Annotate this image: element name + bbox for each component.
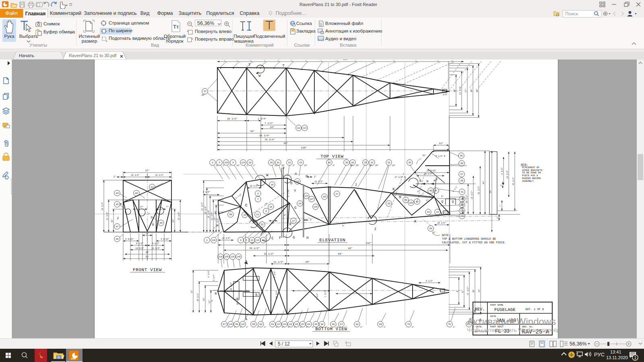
svg-text:6 9/16″: 6 9/16″ (161, 238, 169, 241)
svg-text:13″: 13″ (304, 165, 307, 167)
svg-text:16: 16 (270, 183, 274, 186)
svg-text:37″: 37″ (145, 169, 150, 172)
svg-text:15″: 15″ (172, 219, 175, 222)
svg-text:19 3/4″: 19 3/4″ (230, 282, 233, 290)
svg-text:30″: 30″ (476, 88, 479, 92)
svg-text:85: 85 (116, 203, 119, 206)
svg-text:15′: 15′ (111, 219, 114, 222)
svg-text:31: 31 (370, 161, 374, 164)
svg-text:10 1/2″: 10 1/2″ (437, 222, 446, 224)
svg-text:8: 8 (257, 192, 259, 195)
svg-text:TOP VIEW: TOP VIEW (320, 154, 344, 159)
svg-text:124: 124 (304, 195, 308, 197)
svg-text:3′: 3′ (497, 216, 499, 218)
svg-text:1: 1 (206, 239, 208, 242)
svg-text:29: 29 (364, 161, 367, 164)
svg-text:Q: Q (442, 200, 444, 203)
svg-text:BOTTOM VIEW: BOTTOM VIEW (315, 327, 347, 331)
svg-text:65: 65 (314, 323, 318, 326)
svg-text:23 1/2″: 23 1/2″ (264, 253, 274, 255)
svg-text:W: W (258, 74, 261, 78)
svg-text:66: 66 (332, 323, 335, 326)
svg-text:24″: 24″ (392, 165, 395, 167)
svg-text:186: 186 (212, 239, 215, 242)
svg-text:6: 6 (240, 239, 242, 242)
svg-text:76 3/4″: 76 3/4″ (264, 138, 275, 141)
svg-text:ELEVATION: ELEVATION (320, 238, 346, 243)
svg-text:32″: 32″ (145, 256, 149, 258)
svg-text:17 1/2″ R: 17 1/2″ R (394, 176, 405, 179)
svg-text:8 7/16″: 8 7/16″ (287, 188, 290, 197)
svg-text:1 3/4″: 1 3/4″ (258, 117, 266, 120)
svg-text:14 3/4″: 14 3/4″ (135, 247, 144, 250)
svg-text:29′′: 29′′ (432, 232, 437, 234)
svg-text:7′: 7′ (500, 204, 502, 206)
svg-text:71: 71 (448, 323, 451, 326)
svg-text:7 1/2″: 7 1/2″ (324, 290, 327, 297)
svg-text:4″: 4″ (284, 214, 286, 217)
svg-text:62: 62 (289, 323, 292, 326)
svg-text:H: H (306, 236, 308, 240)
svg-text:26″: 26″ (356, 165, 359, 167)
svg-text:SHT. 1 OF 6: SHT. 1 OF 6 (525, 308, 544, 311)
svg-text:37 1/2″: 37 1/2″ (201, 202, 204, 210)
svg-text:57: 57 (223, 323, 226, 326)
svg-text:160″: 160″ (343, 60, 349, 61)
svg-text:11: 11 (256, 213, 259, 216)
svg-text:12″: 12″ (271, 222, 275, 224)
svg-text:5: 5 (246, 239, 247, 242)
svg-text:Y: Y (294, 189, 296, 193)
svg-text:E: E (215, 211, 217, 215)
svg-text:126: 126 (295, 181, 299, 183)
svg-text:ASSEMBLY.: ASSEMBLY. (522, 180, 535, 183)
svg-text:48: 48 (320, 323, 324, 326)
svg-text:C: C (271, 237, 274, 241)
svg-text:3″: 3″ (293, 165, 295, 167)
svg-text:27″: 27″ (465, 88, 467, 92)
svg-text:29°: 29° (264, 202, 268, 206)
svg-text:5 3/4″: 5 3/4″ (213, 274, 215, 281)
svg-text:123: 123 (303, 127, 306, 130)
svg-text:124: 124 (241, 162, 245, 164)
svg-text:34: 34 (429, 227, 432, 230)
svg-text:29″: 29″ (305, 261, 310, 263)
svg-text:19 1/4″: 19 1/4″ (424, 173, 432, 175)
svg-text:G: G (294, 206, 296, 210)
svg-text:6 3/4″: 6 3/4″ (208, 270, 210, 278)
svg-text:G: G (293, 236, 295, 240)
svg-text:14: 14 (256, 239, 259, 242)
svg-text:16 3/4″: 16 3/4″ (204, 206, 207, 214)
svg-text:1: 1 (634, 356, 637, 360)
svg-text:27: 27 (335, 193, 339, 195)
svg-text:35: 35 (408, 161, 411, 164)
svg-text:4″: 4″ (332, 165, 335, 167)
svg-text:2″: 2″ (314, 176, 316, 178)
svg-text:43: 43 (436, 211, 439, 214)
svg-text:K: K (414, 220, 417, 224)
svg-text:132: 132 (460, 215, 464, 218)
svg-text:M: M (399, 195, 401, 200)
svg-text:4″: 4″ (436, 179, 438, 181)
svg-text:60: 60 (259, 323, 262, 326)
svg-text:14 3/4″: 14 3/4″ (151, 247, 160, 250)
svg-text:16: 16 (269, 206, 272, 208)
svg-text:87: 87 (116, 225, 119, 228)
svg-text:J: J (374, 227, 376, 231)
svg-text:Q: Q (452, 200, 454, 203)
svg-text:10 1/4″: 10 1/4″ (276, 290, 278, 298)
svg-text:24 3/16″: 24 3/16″ (427, 170, 436, 172)
svg-text:6 9/16″: 6 9/16″ (125, 238, 134, 241)
svg-text:9 7/8″: 9 7/8″ (235, 193, 242, 200)
svg-text:84: 84 (116, 192, 119, 195)
svg-text:20°: 20° (201, 94, 205, 97)
svg-text:69: 69 (379, 323, 382, 326)
svg-text:59: 59 (252, 323, 255, 326)
svg-text:12 1/2″: 12 1/2″ (314, 181, 323, 183)
svg-text:34 1/4″: 34 1/4″ (101, 202, 104, 210)
svg-text:10 1/2″: 10 1/2″ (250, 185, 258, 187)
svg-text:16 1/2″: 16 1/2″ (131, 174, 139, 177)
svg-text:86″: 86″ (348, 247, 353, 250)
svg-text:1′: 1′ (500, 184, 502, 186)
svg-text:64: 64 (307, 323, 310, 326)
svg-text:2: 2 (212, 161, 213, 164)
